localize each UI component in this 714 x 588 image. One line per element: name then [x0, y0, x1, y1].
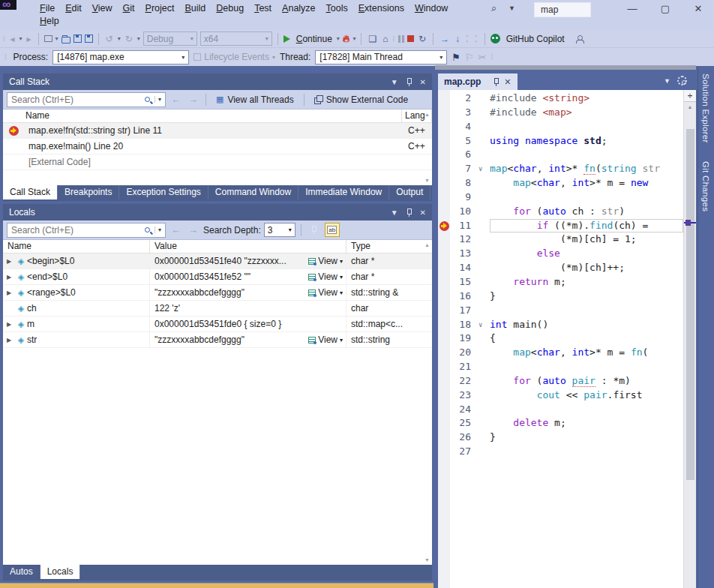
maximize-button[interactable]: ▢ [654, 2, 676, 16]
line-margin[interactable] [438, 318, 450, 332]
callstack-scrollbar[interactable]: ▲▼ [422, 110, 432, 185]
line-margin[interactable] [438, 92, 450, 106]
close-icon[interactable]: ✕ [420, 78, 426, 86]
new-window-icon[interactable] [44, 35, 52, 42]
line-margin[interactable] [438, 162, 450, 176]
code-line-22[interactable]: 22 for (auto pair : *m) [438, 374, 683, 388]
menu-item-tools[interactable]: Tools [321, 3, 353, 14]
callstack-row[interactable]: map.exe!main() Line 20C++ [3, 139, 432, 154]
locals-row[interactable]: ▶◈str"zzzxxxxabbcdefgggg"View▾std::strin… [3, 332, 432, 348]
code-line-27[interactable]: 27 [438, 445, 683, 459]
code-line-26[interactable]: 26} [438, 430, 683, 445]
line-margin[interactable] [438, 134, 450, 148]
line-margin[interactable] [438, 106, 450, 120]
tab-immediate-window[interactable]: Immediate Window [298, 185, 389, 200]
column-type[interactable]: Type [346, 240, 432, 253]
line-margin[interactable] [438, 346, 450, 360]
locals-row[interactable]: ◈ch122 'z'char [3, 301, 432, 316]
line-margin[interactable] [438, 205, 450, 219]
code-line-23[interactable]: 23 cout << pair.first [438, 388, 683, 403]
code-line-11[interactable]: 11 if ((*m).find(ch) = [438, 219, 683, 233]
toolbar-grip[interactable]: ⁞ [3, 35, 6, 43]
window-position-caret-icon[interactable]: ▼ [391, 208, 398, 217]
line-margin[interactable] [438, 430, 450, 445]
line-margin[interactable] [438, 403, 450, 417]
search-prev-icon[interactable]: ← [169, 94, 183, 105]
line-margin[interactable] [438, 148, 450, 162]
column-value[interactable]: Value [150, 240, 346, 253]
tab-output[interactable]: Output [389, 185, 430, 200]
redo-icon[interactable]: ↻ [124, 34, 134, 44]
pin-icon[interactable] [406, 208, 412, 217]
code-line-14[interactable]: 14 (*m)[ch]++; [438, 261, 683, 275]
continue-caret-icon[interactable]: ▾ [337, 35, 340, 42]
document-tab-mapcpp[interactable]: map.cpp ✕ [438, 74, 518, 90]
menu-item-test[interactable]: Test [249, 3, 277, 14]
send-feedback-icon[interactable] [575, 35, 583, 43]
solution-explorer-icon[interactable]: ⌂ [381, 34, 389, 44]
fold-icon[interactable]: ∨ [478, 318, 490, 332]
navigate-forward-icon[interactable]: ▸ [26, 34, 33, 44]
line-margin[interactable] [438, 332, 450, 346]
line-margin[interactable] [438, 445, 450, 459]
close-button[interactable]: ✕ [687, 2, 710, 16]
tab-call-stack[interactable]: Call Stack [3, 185, 58, 200]
tab-locals[interactable]: Locals [40, 565, 81, 579]
solution-configuration-combo[interactable]: Debug▾ [143, 32, 197, 46]
line-margin[interactable] [438, 219, 450, 233]
title-search-input[interactable]: map [534, 2, 591, 17]
step-over-icon[interactable]: ⁚ [464, 34, 470, 44]
locals-row[interactable]: ▶◈m0x000001d53451fde0 { size=0 }std::map… [3, 316, 432, 332]
line-margin[interactable] [438, 304, 450, 318]
hot-reload-caret-icon[interactable]: ▾ [352, 35, 356, 42]
code-line-21[interactable]: 21 [438, 360, 683, 374]
menu-item-window[interactable]: Window [410, 3, 453, 14]
line-margin[interactable] [438, 261, 450, 275]
view-visualizer-button[interactable]: View▾ [308, 272, 343, 282]
toolbar-overflow[interactable]: ⁞ [491, 53, 494, 61]
code-line-10[interactable]: 10 for (auto ch : str) [438, 205, 683, 219]
window-position-caret-icon[interactable]: ▼ [391, 78, 398, 86]
expand-icon[interactable]: ▶ [3, 290, 15, 296]
pin-tab-icon[interactable] [493, 78, 500, 86]
menu-item-file[interactable]: File [34, 3, 60, 14]
break-all-icon[interactable] [398, 35, 404, 43]
toolbar-overflow[interactable]: ⁞ [392, 35, 395, 43]
line-margin[interactable] [438, 360, 450, 374]
close-icon[interactable]: ✕ [420, 208, 426, 217]
line-margin[interactable] [438, 275, 450, 290]
search-depth-combo[interactable]: 3▾ [264, 223, 296, 237]
menu-item-help[interactable]: Help [34, 16, 64, 26]
line-margin[interactable] [438, 232, 450, 247]
callstack-row[interactable]: map.exe!fn(std::string str) Line 11C++ [3, 123, 432, 139]
locals-row[interactable]: ▶◈<end>$L00x000001d53451fe52 ""View▾char… [3, 269, 432, 285]
navigate-back-caret-icon[interactable]: ▾ [20, 35, 22, 42]
menu-item-extensions[interactable]: Extensions [353, 3, 410, 14]
locals-search-input[interactable]: Search (Ctrl+E) ▾ [7, 223, 166, 238]
show-external-code-button[interactable]: Show External Code [310, 94, 412, 105]
line-margin[interactable] [438, 290, 450, 304]
code-line-5[interactable]: 5using namespace std; [438, 134, 683, 148]
code-line-24[interactable]: 24 [438, 403, 683, 417]
undo-caret-icon[interactable]: ▾ [118, 35, 121, 42]
restart-icon[interactable]: ↻ [417, 34, 428, 44]
search-caret-icon[interactable]: ▾ [154, 96, 161, 103]
navigate-back-icon[interactable]: ◂ [9, 34, 16, 44]
code-line-13[interactable]: 13 else [438, 247, 683, 261]
show-next-statement-icon[interactable]: → [439, 34, 451, 44]
code-line-4[interactable]: 4 [438, 120, 683, 134]
code-line-6[interactable]: 6 [438, 148, 683, 162]
line-margin[interactable] [438, 120, 450, 134]
pin-icon[interactable] [406, 78, 412, 86]
search-icon[interactable]: ⌕ [491, 2, 496, 14]
side-tab-solution-explorer[interactable]: Solution Explorer [698, 66, 713, 154]
expand-icon[interactable]: ▶ [3, 258, 15, 265]
code-line-2[interactable]: 2#include <string> [438, 92, 683, 106]
view-visualizer-button[interactable]: View▾ [308, 287, 343, 298]
lifecycle-events-dropdown[interactable]: Lifecycle Events▾ [194, 52, 275, 62]
solution-platform-combo[interactable]: x64▾ [200, 32, 272, 46]
code-line-19[interactable]: 19{ [438, 332, 683, 346]
toolbar-grip[interactable]: ⁞ [4, 53, 8, 61]
split-window-handle[interactable]: ÷ [684, 90, 696, 102]
open-folder-icon[interactable] [62, 37, 70, 44]
